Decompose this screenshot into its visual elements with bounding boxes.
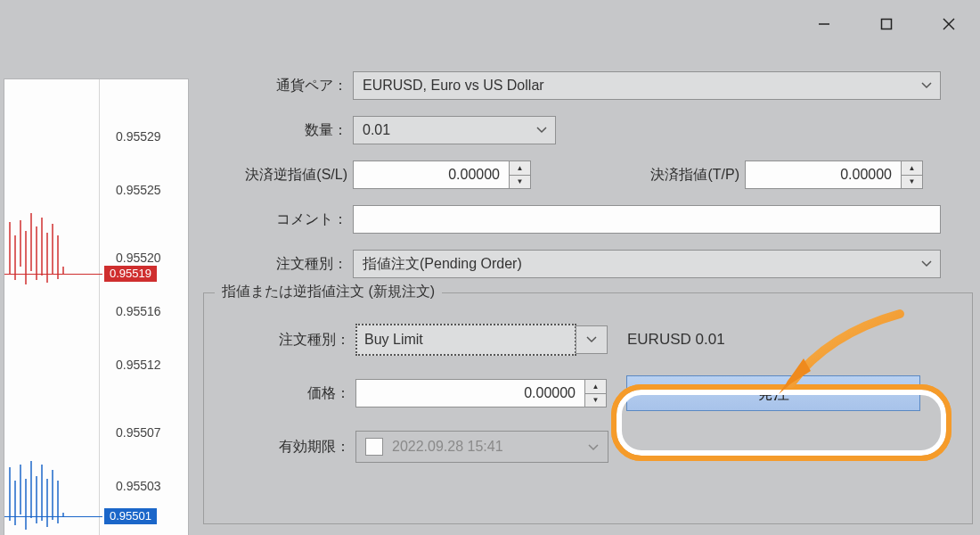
expiry-value: 2022.09.28 15:41 xyxy=(392,439,503,455)
ordertype-label: 注文種別： xyxy=(194,255,353,274)
close-button[interactable] xyxy=(918,0,980,48)
pending-type-select[interactable]: Buy Limit xyxy=(355,324,576,356)
bid-price-tag: 0.95501 xyxy=(104,508,157,524)
spinner-up-icon[interactable]: ▲ xyxy=(585,380,606,394)
spinner-up-icon[interactable]: ▲ xyxy=(510,161,530,176)
price-spinner[interactable]: ▲▼ xyxy=(585,379,607,407)
chart-ytick: 0.95520 xyxy=(116,251,161,265)
symbol-select-value: EURUSD, Euro vs US Dollar xyxy=(363,78,544,94)
spinner-down-icon[interactable]: ▼ xyxy=(510,176,530,189)
pending-order-group: 指値または逆指値注文 (新規注文) 注文種別： Buy Limit EURUSD… xyxy=(203,292,973,524)
pending-type-value: Buy Limit xyxy=(364,325,423,354)
chart-ytick: 0.95525 xyxy=(116,183,161,197)
svg-rect-1 xyxy=(882,20,892,29)
order-form: 通貨ペア： EURUSD, Euro vs US Dollar 数量： 0.01… xyxy=(194,52,973,531)
price-label: 価格： xyxy=(204,384,355,403)
tp-label: 決済指値(T/P) xyxy=(531,166,745,185)
pending-type-dropdown-button[interactable] xyxy=(576,325,608,354)
chart-ytick: 0.95512 xyxy=(116,358,161,372)
window-titlebar xyxy=(0,0,980,48)
comment-input[interactable] xyxy=(353,205,941,234)
price-chart-panel: 0.95529 0.95525 0.95520 0.95516 0.95512 … xyxy=(4,78,189,535)
volume-value: 0.01 xyxy=(363,122,390,138)
ordertype-select[interactable]: 指値注文(Pending Order) xyxy=(353,250,941,278)
expiry-field[interactable]: 2022.09.28 15:41 xyxy=(355,431,608,463)
chart-candles xyxy=(4,79,102,535)
chart-ytick: 0.95529 xyxy=(116,129,161,144)
volume-select[interactable]: 0.01 xyxy=(353,116,556,144)
sl-input[interactable]: 0.00000 xyxy=(353,160,510,189)
pending-type-label: 注文種別： xyxy=(204,331,355,350)
order-summary-text: EURUSD 0.01 xyxy=(627,331,725,349)
chart-ytick: 0.95516 xyxy=(116,304,161,318)
spinner-up-icon[interactable]: ▲ xyxy=(902,161,922,176)
expiry-checkbox[interactable] xyxy=(365,438,383,456)
spinner-down-icon[interactable]: ▼ xyxy=(585,394,606,407)
place-order-button[interactable]: 発注 xyxy=(626,375,920,411)
price-input[interactable]: 0.00000 xyxy=(355,379,585,407)
sl-label: 決済逆指値(S/L) xyxy=(194,166,353,185)
symbol-select[interactable]: EURUSD, Euro vs US Dollar xyxy=(353,71,941,100)
chart-ytick: 0.95503 xyxy=(116,479,161,493)
ask-price-tag: 0.95519 xyxy=(104,266,157,282)
maximize-button[interactable] xyxy=(855,0,918,48)
chart-ytick: 0.95507 xyxy=(116,425,161,440)
spinner-down-icon[interactable]: ▼ xyxy=(902,176,922,189)
minimize-button[interactable] xyxy=(793,0,855,48)
chevron-down-icon xyxy=(920,258,933,270)
tp-input[interactable]: 0.00000 xyxy=(745,160,902,189)
pending-group-title: 指値または逆指値注文 (新規注文) xyxy=(215,283,442,301)
chevron-down-icon xyxy=(535,124,548,136)
comment-label: コメント： xyxy=(194,210,353,229)
volume-label: 数量： xyxy=(194,121,353,140)
sl-spinner[interactable]: ▲▼ xyxy=(510,160,531,189)
chevron-down-icon xyxy=(920,79,933,92)
tp-spinner[interactable]: ▲▼ xyxy=(902,160,923,189)
ordertype-value: 指値注文(Pending Order) xyxy=(363,255,522,274)
symbol-label: 通貨ペア： xyxy=(194,77,353,95)
expiry-label: 有効期限： xyxy=(204,438,355,457)
chevron-down-icon xyxy=(588,440,599,454)
dialog-content: 0.95529 0.95525 0.95520 0.95516 0.95512 … xyxy=(0,48,980,535)
